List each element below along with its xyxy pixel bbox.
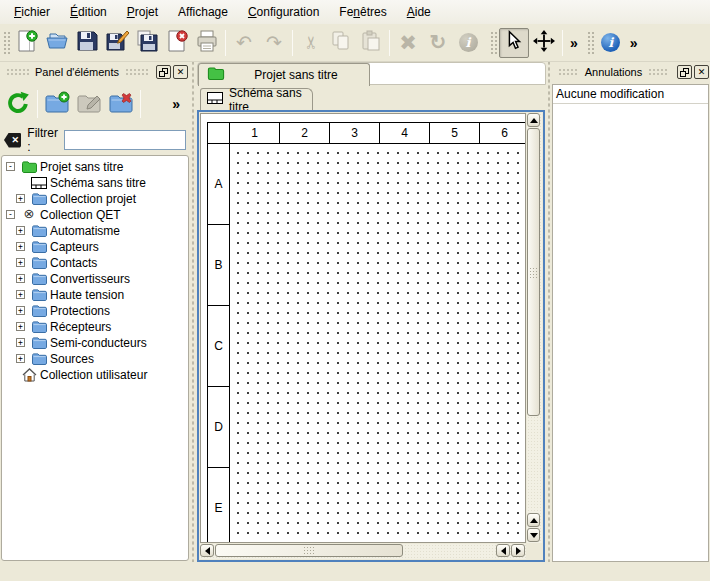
- undo-panel-titlebar[interactable]: Annulations ✕: [552, 62, 710, 82]
- folder-icon: [30, 239, 48, 255]
- toolbar-drag-handle[interactable]: [489, 30, 497, 56]
- expand-expander-icon[interactable]: +: [12, 223, 30, 239]
- schema-tab[interactable]: Schéma sans titre: [200, 88, 313, 110]
- tree-item-haute-tension[interactable]: + Haute tension: [2, 287, 188, 303]
- tree-item-collection-utilisateur[interactable]: Collection utilisateur: [2, 367, 188, 383]
- save-all-button[interactable]: [132, 28, 162, 58]
- toolbar-overflow-button[interactable]: »: [566, 35, 582, 51]
- expand-expander-icon[interactable]: +: [12, 287, 30, 303]
- expand-expander-icon[interactable]: +: [12, 191, 30, 207]
- tree-item-automatisme[interactable]: + Automatisme: [2, 223, 188, 239]
- toolbar-separator: [140, 90, 141, 118]
- horizontal-scroll-thumb[interactable]: [215, 544, 403, 557]
- diagram-grid-area[interactable]: [230, 144, 526, 543]
- expand-expander-icon[interactable]: +: [12, 351, 30, 367]
- filter-label: Filtrer :: [27, 126, 58, 154]
- schema-tab-bar: Schéma sans titre: [197, 88, 546, 110]
- reload-collections-button[interactable]: [2, 88, 34, 120]
- menu-configuration[interactable]: Configuration: [238, 2, 329, 22]
- panel-toolbar-overflow-button[interactable]: »: [172, 96, 180, 112]
- expand-expander-icon[interactable]: +: [12, 239, 30, 255]
- expand-expander-icon[interactable]: +: [12, 319, 30, 335]
- cut-button[interactable]: ✂: [296, 28, 326, 58]
- scroll-right-button[interactable]: [511, 544, 525, 557]
- filter-input[interactable]: [64, 130, 186, 150]
- delete-button[interactable]: ✖: [393, 28, 423, 58]
- copy-button[interactable]: [326, 28, 356, 58]
- select-mode-button[interactable]: [499, 28, 529, 58]
- folder-delete-icon: [108, 90, 134, 119]
- tree-item-recepteurs[interactable]: + Récepteurs: [2, 319, 188, 335]
- undo-button[interactable]: ↶: [229, 28, 259, 58]
- close-file-button[interactable]: [162, 28, 192, 58]
- expand-expander-icon[interactable]: +: [12, 255, 30, 271]
- edit-category-button[interactable]: [73, 88, 105, 120]
- scroll-down-button[interactable]: [527, 528, 540, 542]
- menu-edition[interactable]: Édition: [60, 2, 117, 22]
- tree-item-collection-qet[interactable]: - ⊗ Collection QET: [2, 207, 188, 223]
- move-mode-button[interactable]: [529, 28, 559, 58]
- titlebar-texture: [6, 68, 29, 76]
- new-project-button[interactable]: [12, 28, 42, 58]
- undo-panel-title: Annulations: [585, 66, 643, 78]
- save-all-icon: [135, 29, 159, 56]
- horizontal-scrollbar[interactable]: [200, 544, 526, 559]
- rotate-button[interactable]: ↻: [423, 28, 453, 58]
- toolbar-drag-handle[interactable]: [2, 30, 10, 56]
- toolbar-separator: [389, 30, 390, 56]
- save-button[interactable]: [72, 28, 102, 58]
- expand-expander-icon[interactable]: +: [12, 335, 30, 351]
- menu-projet[interactable]: Projet: [117, 2, 168, 22]
- undo-list-item[interactable]: Aucune modification: [553, 85, 708, 104]
- menu-affichage[interactable]: Affichage: [168, 2, 238, 22]
- vertical-scrollbar[interactable]: [527, 113, 542, 543]
- expand-expander-icon[interactable]: +: [12, 271, 30, 287]
- column-header: 2: [280, 123, 330, 144]
- paste-button[interactable]: [356, 28, 386, 58]
- save-as-button[interactable]: [102, 28, 132, 58]
- collapse-expander-icon[interactable]: -: [2, 207, 20, 223]
- menu-aide[interactable]: Aide: [397, 2, 441, 22]
- open-project-button[interactable]: [42, 28, 72, 58]
- folder-icon: [30, 335, 48, 351]
- collapse-expander-icon[interactable]: -: [2, 159, 20, 175]
- menu-fenetres[interactable]: Fenêtres: [329, 2, 396, 22]
- expand-expander-icon[interactable]: +: [12, 303, 30, 319]
- elements-panel-titlebar[interactable]: Panel d'éléments ✕: [0, 62, 190, 82]
- clear-filter-icon[interactable]: ✕: [4, 133, 21, 148]
- new-category-button[interactable]: [41, 88, 73, 120]
- schema-canvas[interactable]: 1 2 3 4 5 6 A B C D E: [200, 113, 526, 543]
- delete-category-button[interactable]: [105, 88, 137, 120]
- tree-item-collection-projet[interactable]: + Collection projet: [2, 191, 188, 207]
- print-button[interactable]: [192, 28, 222, 58]
- vertical-scroll-thumb[interactable]: [527, 128, 540, 416]
- redo-button[interactable]: ↷: [259, 28, 289, 58]
- tree-item-contacts[interactable]: + Contacts: [2, 255, 188, 271]
- tree-item-protections[interactable]: + Protections: [2, 303, 188, 319]
- float-panel-button[interactable]: [156, 65, 171, 79]
- toolbar-drag-handle[interactable]: [586, 30, 594, 56]
- scroll-left-button-2[interactable]: [496, 544, 510, 557]
- arrow-up-icon: [530, 518, 538, 523]
- float-panel-button[interactable]: [677, 65, 692, 79]
- tree-item-semi-conducteurs[interactable]: + Semi-conducteurs: [2, 335, 188, 351]
- scroll-up-button-2[interactable]: [527, 513, 540, 527]
- close-panel-button[interactable]: ✕: [694, 65, 709, 79]
- tree-item-convertisseurs[interactable]: + Convertisseurs: [2, 271, 188, 287]
- new-document-icon: [15, 29, 39, 56]
- project-tab[interactable]: Projet sans titre: [198, 63, 370, 86]
- scroll-left-button[interactable]: [200, 544, 214, 557]
- close-panel-button[interactable]: ✕: [173, 65, 188, 79]
- folder-edit-icon: [76, 90, 102, 119]
- menu-fichier[interactable]: Fichier: [4, 2, 60, 22]
- scroll-up-button[interactable]: [527, 113, 540, 127]
- tree-item-sources[interactable]: + Sources: [2, 351, 188, 367]
- toolbar-overflow-button[interactable]: »: [626, 35, 642, 51]
- element-info-button[interactable]: i: [453, 28, 483, 58]
- tree-item-capteurs[interactable]: + Capteurs: [2, 239, 188, 255]
- about-info-button[interactable]: i: [596, 28, 626, 58]
- tree-item-schema[interactable]: Schéma sans titre: [2, 175, 188, 191]
- tree-item-project[interactable]: - Projet sans titre: [2, 159, 188, 175]
- float-icon: [159, 68, 168, 77]
- left-splitter-handle[interactable]: [190, 62, 196, 562]
